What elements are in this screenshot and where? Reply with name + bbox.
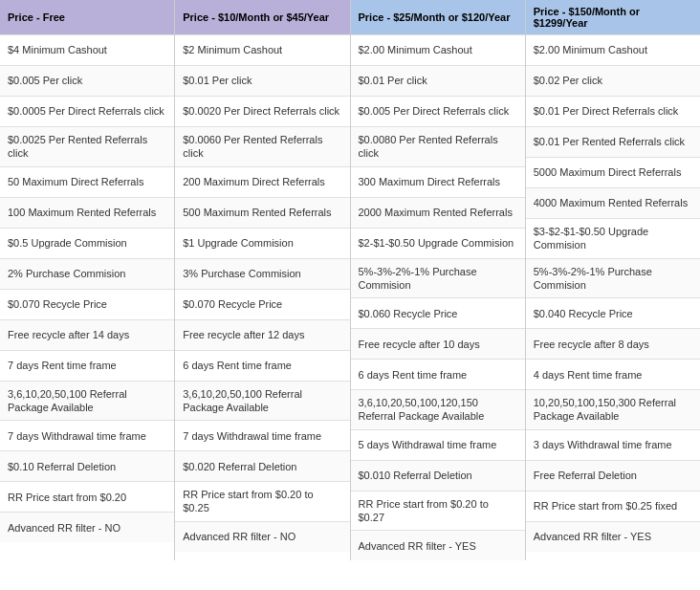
plan-cell-golden-3: $0.0080 Per Rented Referrals click — [351, 126, 525, 166]
plan-cell-ultimate-5: 4000 Maximum Rented Referrals — [526, 187, 700, 218]
plan-cell-ultimate-14: RR Price start from $0.25 fixed — [526, 491, 700, 521]
plan-cell-golden-13: $0.010 Referral Deletion — [351, 460, 525, 491]
plan-cell-free-14: RR Price start from $0.20 — [0, 481, 174, 512]
plan-cell-standard-5: 500 Maximum Rented Referrals — [175, 197, 349, 228]
plan-header-ultimate: Price - $150/Month or $1299/Year — [526, 0, 700, 34]
plan-cell-free-3: $0.0025 Per Rented Referrals click — [0, 126, 174, 166]
plan-cell-free-2: $0.0005 Per Direct Referrals click — [0, 96, 174, 126]
plan-cell-free-5: 100 Maximum Rented Referrals — [0, 197, 174, 228]
plan-cell-free-12: 7 days Withdrawal time frame — [0, 420, 174, 450]
plan-column-free: Price - Free$4 Minimum Cashout$0.005 Per… — [0, 0, 175, 560]
plans-container: Price - Free$4 Minimum Cashout$0.005 Per… — [0, 0, 700, 560]
plan-cell-standard-11: 3,6,10,20,50,100 Referral Package Availa… — [175, 381, 349, 421]
plan-cell-free-8: $0.070 Recycle Price — [0, 289, 174, 319]
plan-cell-ultimate-10: 4 days Rent time frame — [526, 359, 700, 389]
plan-cell-standard-14: RR Price start from $0.20 to $0.25 — [175, 481, 349, 521]
plan-column-ultimate: Price - $150/Month or $1299/Year$2.00 Mi… — [526, 0, 700, 560]
plan-cell-ultimate-8: $0.040 Recycle Price — [526, 297, 700, 328]
plan-cell-golden-9: Free recycle after 10 days — [351, 328, 525, 359]
plan-cell-standard-8: $0.070 Recycle Price — [175, 289, 349, 319]
plan-cell-standard-0: $2 Minimum Cashout — [175, 34, 349, 65]
plan-cell-standard-10: 6 days Rent time frame — [175, 350, 349, 381]
plan-cell-standard-13: $0.020 Referral Deletion — [175, 450, 349, 481]
plan-column-golden: Price - $25/Month or $120/Year$2.00 Mini… — [351, 0, 526, 560]
plan-cell-standard-15: Advanced RR filter - NO — [175, 521, 349, 552]
plan-cell-golden-0: $2.00 Minimum Cashout — [351, 34, 525, 65]
plan-cell-free-6: $0.5 Upgrade Commision — [0, 228, 174, 258]
plan-cell-ultimate-1: $0.02 Per click — [526, 65, 700, 96]
plan-cell-standard-3: $0.0060 Per Rented Referrals click — [175, 126, 349, 166]
plan-header-free: Price - Free — [0, 0, 174, 34]
plan-cell-free-7: 2% Purchase Commision — [0, 258, 174, 289]
plan-header-golden: Price - $25/Month or $120/Year — [351, 0, 525, 34]
plan-cell-ultimate-11: 10,20,50,100,150,300 Referral Package Av… — [526, 389, 700, 429]
plan-column-standard: Price - $10/Month or $45/Year$2 Minimum … — [175, 0, 350, 560]
plan-cell-golden-4: 300 Maximum Direct Referrals — [351, 166, 525, 197]
plan-cell-standard-7: 3% Purchase Commision — [175, 258, 349, 289]
plan-header-standard: Price - $10/Month or $45/Year — [175, 0, 349, 34]
plan-cell-golden-10: 6 days Rent time frame — [351, 359, 525, 389]
plan-cell-free-1: $0.005 Per click — [0, 65, 174, 96]
plan-cell-ultimate-13: Free Referral Deletion — [526, 460, 700, 491]
plan-cell-ultimate-3: $0.01 Per Rented Referrals click — [526, 126, 700, 157]
plan-cell-ultimate-0: $2.00 Minimum Cashout — [526, 34, 700, 65]
plan-cell-golden-7: 5%-3%-2%-1% Purchase Commision — [351, 258, 525, 298]
plan-cell-ultimate-2: $0.01 Per Direct Referrals click — [526, 96, 700, 126]
plan-cell-standard-4: 200 Maximum Direct Referrals — [175, 166, 349, 197]
plan-cell-golden-12: 5 days Withdrawal time frame — [351, 429, 525, 460]
plan-cell-free-11: 3,6,10,20,50,100 Referral Package Availa… — [0, 381, 174, 421]
plan-cell-free-9: Free recycle after 14 days — [0, 319, 174, 350]
plan-cell-golden-8: $0.060 Recycle Price — [351, 297, 525, 328]
plan-cell-golden-11: 3,6,10,20,50,100,120,150 Referral Packag… — [351, 389, 525, 429]
plan-cell-free-15: Advanced RR filter - NO — [0, 512, 174, 542]
plan-cell-standard-2: $0.0020 Per Direct Referrals click — [175, 96, 349, 126]
plan-cell-standard-12: 7 days Withdrawal time frame — [175, 420, 349, 450]
plan-cell-golden-6: $2-$1-$0.50 Upgrade Commision — [351, 228, 525, 258]
plan-cell-ultimate-6: $3-$2-$1-$0.50 Upgrade Commision — [526, 218, 700, 258]
plan-cell-ultimate-9: Free recycle after 8 days — [526, 328, 700, 359]
plan-cell-ultimate-4: 5000 Maximum Direct Referrals — [526, 157, 700, 187]
plan-cell-free-0: $4 Minimum Cashout — [0, 34, 174, 65]
plan-cell-golden-1: $0.01 Per click — [351, 65, 525, 96]
plan-cell-free-13: $0.10 Referral Deletion — [0, 450, 174, 481]
plan-cell-ultimate-7: 5%-3%-2%-1% Purchase Commision — [526, 258, 700, 298]
plan-cell-standard-9: Free recycle after 12 days — [175, 319, 349, 350]
plan-cell-golden-2: $0.005 Per Direct Referrals click — [351, 96, 525, 126]
plan-cell-standard-6: $1 Upgrade Commision — [175, 228, 349, 258]
plan-cell-ultimate-15: Advanced RR filter - YES — [526, 521, 700, 552]
plan-cell-standard-1: $0.01 Per click — [175, 65, 349, 96]
plan-cell-free-10: 7 days Rent time frame — [0, 350, 174, 381]
plan-cell-golden-15: Advanced RR filter - YES — [351, 530, 525, 560]
plan-cell-ultimate-12: 3 days Withdrawal time frame — [526, 429, 700, 460]
plan-cell-golden-14: RR Price start from $0.20 to $0.27 — [351, 491, 525, 531]
plan-cell-free-4: 50 Maximum Direct Referrals — [0, 166, 174, 197]
plan-cell-golden-5: 2000 Maximum Rented Referrals — [351, 197, 525, 228]
